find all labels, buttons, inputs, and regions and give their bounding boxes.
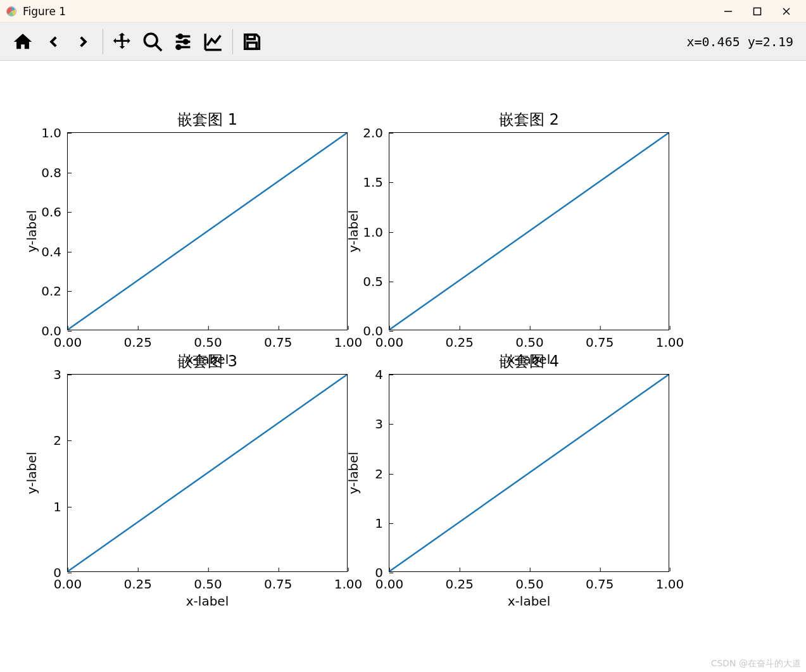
subplot-title: 嵌套图 4 (389, 351, 669, 371)
line-plot (68, 133, 347, 330)
y-tick-label: 0.8 (41, 165, 68, 180)
x-tick-label: 0.00 (54, 330, 82, 350)
x-tick-label: 0.00 (54, 571, 82, 592)
zoom-button[interactable] (137, 27, 168, 57)
svg-point-12 (177, 45, 180, 49)
y-tick-label: 2 (53, 433, 68, 448)
svg-point-10 (184, 40, 187, 44)
x-axis-label: x-label (67, 594, 348, 609)
svg-point-8 (179, 34, 182, 38)
x-tick-label: 0.50 (515, 330, 544, 350)
watermark-text: CSDN @在奋斗的大道 (711, 658, 801, 669)
axes-frame: 0.00.20.40.60.81.00.000.250.500.751.00 (67, 132, 348, 330)
subplot-3[interactable]: 嵌套图 301230.000.250.500.751.00y-labelx-la… (67, 374, 348, 572)
edit-axes-button[interactable] (198, 27, 229, 57)
pan-button[interactable] (107, 27, 137, 57)
subplot-2[interactable]: 嵌套图 20.00.51.01.52.00.000.250.500.751.00… (389, 132, 669, 330)
y-tick-label: 1.0 (41, 125, 68, 140)
home-button[interactable] (8, 27, 38, 57)
subplot-4[interactable]: 嵌套图 4012340.000.250.500.751.00y-labelx-l… (389, 374, 669, 572)
window-title: Figure 1 (23, 5, 66, 18)
y-axis-label: y-label (346, 374, 361, 572)
svg-rect-13 (248, 34, 255, 39)
y-tick-label: 1 (375, 516, 389, 531)
y-axis-label: y-label (24, 374, 39, 572)
toolbar-separator (232, 29, 233, 54)
line-plot (68, 375, 347, 571)
axes-frame: 0.00.51.01.52.00.000.250.500.751.00 (389, 132, 669, 330)
x-tick-label: 0.25 (123, 571, 152, 592)
y-tick-label: 2 (375, 466, 389, 482)
x-axis-label: x-label (389, 594, 669, 609)
matplotlib-icon (5, 5, 18, 18)
line-plot (389, 375, 669, 571)
x-tick-label: 0.25 (445, 571, 474, 592)
y-tick-label: 0.4 (41, 244, 68, 259)
axes-frame: 012340.000.250.500.751.00 (389, 374, 669, 572)
y-axis-label: y-label (24, 132, 39, 330)
y-tick-label: 4 (375, 367, 389, 382)
x-tick-label: 0.25 (445, 330, 474, 350)
y-axis-label: y-label (346, 132, 361, 330)
back-button[interactable] (38, 27, 68, 57)
y-tick-label: 1 (53, 499, 68, 514)
x-tick-label: 0.75 (264, 330, 293, 350)
x-tick-label: 1.00 (656, 571, 684, 592)
y-tick-label: 1.5 (363, 175, 389, 190)
subplot-title: 嵌套图 1 (67, 109, 348, 130)
maximize-button[interactable] (743, 0, 772, 23)
x-tick-label: 1.00 (334, 330, 363, 350)
y-tick-label: 3 (53, 367, 68, 382)
x-tick-label: 0.50 (194, 571, 222, 592)
minimize-button[interactable] (714, 0, 743, 23)
svg-rect-2 (754, 8, 761, 15)
figure-canvas[interactable]: CSDN @在奋斗的大道 嵌套图 10.00.20.40.60.81.00.00… (0, 61, 806, 672)
svg-point-5 (144, 34, 157, 46)
svg-rect-14 (248, 42, 256, 49)
x-tick-label: 0.50 (515, 571, 544, 592)
line-plot (389, 133, 669, 330)
configure-subplots-button[interactable] (168, 27, 198, 57)
axes-frame: 01230.000.250.500.751.00 (67, 374, 348, 572)
x-tick-label: 0.50 (194, 330, 222, 350)
x-tick-label: 0.00 (375, 330, 404, 350)
figure-toolbar: x=0.465 y=2.19 (0, 23, 806, 61)
forward-button[interactable] (68, 27, 99, 57)
y-tick-label: 0.6 (41, 204, 68, 220)
x-tick-label: 0.25 (123, 330, 152, 350)
x-tick-label: 0.75 (586, 571, 614, 592)
x-tick-label: 0.75 (586, 330, 614, 350)
svg-line-6 (155, 44, 161, 51)
y-tick-label: 0.2 (41, 283, 68, 299)
subplot-title: 嵌套图 3 (67, 351, 348, 371)
cursor-coordinates: x=0.465 y=2.19 (686, 34, 798, 49)
y-tick-label: 1.0 (363, 225, 389, 240)
subplot-1[interactable]: 嵌套图 10.00.20.40.60.81.00.000.250.500.751… (67, 132, 348, 330)
save-button[interactable] (237, 27, 267, 57)
y-tick-label: 3 (375, 416, 389, 432)
x-tick-label: 1.00 (334, 571, 363, 592)
toolbar-separator (103, 29, 103, 54)
x-tick-label: 1.00 (656, 330, 684, 350)
y-tick-label: 0.5 (363, 274, 389, 289)
x-tick-label: 0.75 (264, 571, 293, 592)
close-button[interactable] (772, 0, 801, 23)
x-tick-label: 0.00 (375, 571, 404, 592)
y-tick-label: 2.0 (363, 125, 389, 140)
window-titlebar: Figure 1 (0, 0, 806, 23)
subplot-title: 嵌套图 2 (389, 109, 669, 130)
